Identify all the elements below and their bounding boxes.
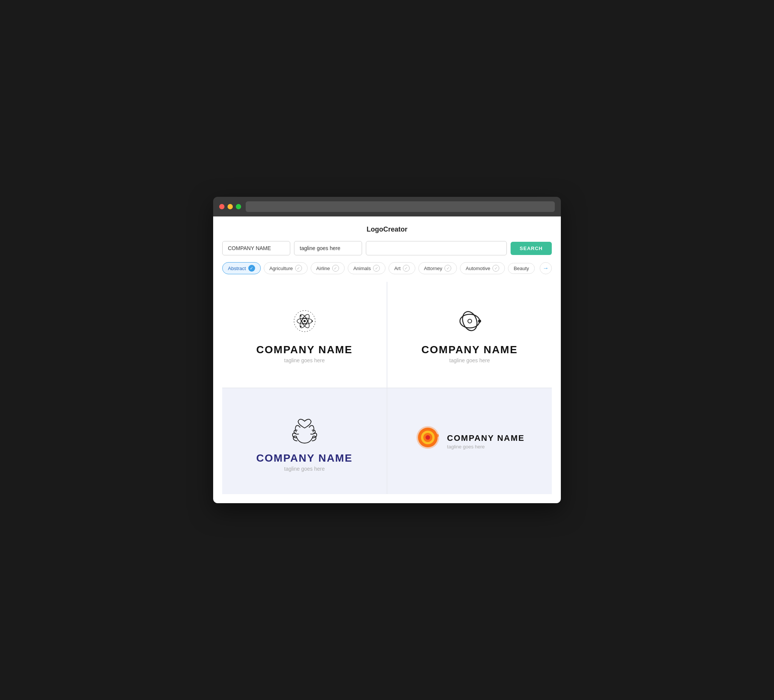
tagline-4: tagline goes here	[447, 444, 524, 449]
svg-point-17	[425, 435, 430, 440]
check-icon: ✓	[403, 265, 410, 272]
logo-card-2[interactable]: COMPANY NAME tagline goes here	[387, 282, 552, 388]
filter-label: Art	[394, 266, 400, 271]
logo-card-4[interactable]: COMPANY NAME tagline goes here	[387, 388, 552, 494]
svg-point-18	[436, 434, 439, 437]
svg-point-10	[460, 309, 480, 332]
inline-logo-4: COMPANY NAME tagline goes here	[415, 424, 524, 458]
filter-chip-airline[interactable]: Airline ✓	[311, 262, 345, 274]
check-icon: ✓	[295, 265, 302, 272]
app-title: LogoCreator	[222, 226, 552, 233]
check-icon: ✓	[493, 265, 499, 272]
company-name-4: COMPANY NAME	[447, 433, 524, 443]
svg-point-6	[311, 320, 313, 322]
color-atom-icon	[415, 424, 441, 452]
check-icon: ✓	[332, 265, 339, 272]
logo-4-text: COMPANY NAME tagline goes here	[447, 433, 524, 449]
minimize-button[interactable]	[228, 204, 233, 209]
traffic-lights	[219, 204, 241, 209]
filter-chip-abstract[interactable]: Abstract ✓	[222, 262, 261, 274]
logo-card-3[interactable]: COMPANY NAME tagline goes here	[222, 388, 387, 494]
svg-point-1	[303, 320, 306, 322]
company-name-input[interactable]	[222, 241, 290, 255]
filter-label: Beauty	[514, 266, 529, 271]
close-button[interactable]	[219, 204, 225, 209]
hands-heart-icon	[289, 411, 320, 446]
maximize-button[interactable]	[236, 204, 241, 209]
check-icon: ✓	[248, 265, 255, 272]
filter-chip-art[interactable]: Art ✓	[389, 262, 415, 274]
filter-label: Animals	[353, 266, 371, 271]
app-content: LogoCreator SEARCH Abstract ✓ Agricultur…	[213, 216, 561, 503]
filter-label: Automotive	[466, 266, 490, 271]
filter-chip-beauty[interactable]: Beauty	[508, 263, 534, 274]
address-bar[interactable]	[246, 201, 555, 212]
filter-chip-automotive[interactable]: Automotive ✓	[460, 262, 505, 274]
tagline-1: tagline goes here	[284, 357, 325, 363]
logo-grid: COMPANY NAME tagline goes here	[222, 282, 552, 494]
filter-label: Agriculture	[270, 266, 293, 271]
browser-window: LogoCreator SEARCH Abstract ✓ Agricultur…	[213, 197, 561, 503]
filter-row: Abstract ✓ Agriculture ✓ Airline ✓ Anima…	[222, 262, 552, 274]
svg-point-11	[468, 319, 471, 323]
tagline-3: tagline goes here	[284, 466, 325, 472]
search-button[interactable]: SEARCH	[511, 242, 552, 255]
filter-chip-attorney[interactable]: Attorney ✓	[418, 262, 457, 274]
filter-label: Abstract	[228, 266, 246, 271]
svg-point-12	[478, 320, 481, 323]
filter-label: Airline	[316, 266, 330, 271]
keyword-input[interactable]	[366, 241, 507, 255]
tagline-input[interactable]	[294, 241, 362, 255]
search-row: SEARCH	[222, 241, 552, 255]
filter-next-arrow[interactable]: →	[540, 262, 552, 274]
filter-label: Attorney	[424, 266, 442, 271]
check-icon: ✓	[445, 265, 451, 272]
company-name-1: COMPANY NAME	[256, 344, 352, 356]
browser-chrome	[213, 197, 561, 216]
company-name-3: COMPANY NAME	[256, 452, 352, 464]
tagline-2: tagline goes here	[449, 357, 490, 363]
company-name-2: COMPANY NAME	[422, 344, 518, 356]
svg-point-7	[300, 315, 302, 317]
filter-chip-agriculture[interactable]: Agriculture ✓	[264, 262, 308, 274]
atom-icon	[289, 306, 320, 338]
ring-icon	[455, 306, 485, 338]
check-icon: ✓	[373, 265, 380, 272]
logo-card-1[interactable]: COMPANY NAME tagline goes here	[222, 282, 387, 388]
svg-point-8	[300, 326, 302, 327]
filter-chip-animals[interactable]: Animals ✓	[348, 262, 385, 274]
